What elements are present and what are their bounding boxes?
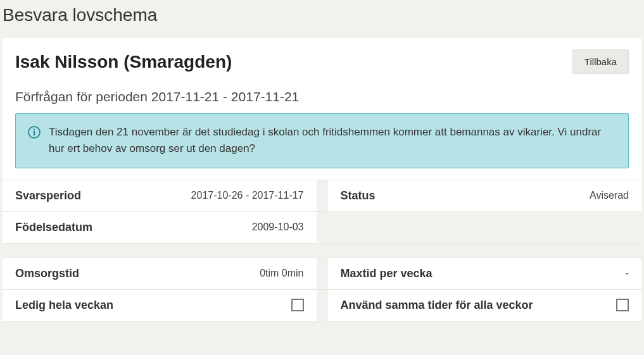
main-card: Isak Nilsson (Smaragden) Tillbaka Förfrå…	[3, 38, 641, 321]
svg-point-1	[34, 128, 35, 130]
ledig-cell: Ledig hela veckan	[3, 290, 317, 321]
svg-rect-2	[34, 131, 35, 135]
ledig-checkbox[interactable]	[291, 299, 304, 311]
info-box: Tisdagen den 21 november är det studieda…	[15, 113, 629, 168]
status-value: Aviserad	[590, 190, 629, 201]
info-icon	[27, 125, 41, 142]
status-label: Status	[341, 189, 376, 202]
gap	[317, 258, 328, 289]
fodelsedatum-value: 2009-10-03	[252, 221, 304, 233]
maxtid-value: -	[626, 268, 629, 279]
care-row-2: Ledig hela veckan Använd samma tider för…	[3, 290, 641, 321]
spacer	[3, 244, 641, 258]
gap	[317, 212, 328, 243]
ledig-label: Ledig hela veckan	[15, 299, 113, 312]
details-row-2: Födelsedatum 2009-10-03	[3, 212, 641, 244]
svarsperiod-value: 2017-10-26 - 2017-11-17	[191, 190, 304, 201]
student-name: Isak Nilsson (Smaragden)	[15, 52, 232, 72]
empty-cell	[328, 212, 642, 243]
samma-tider-label: Använd samma tider för alla veckor	[341, 299, 533, 312]
care-row-1: Omsorgstid 0tim 0min Maxtid per vecka -	[3, 258, 641, 290]
period-title: Förfrågan för perioden 2017-11-21 - 2017…	[3, 83, 641, 113]
fodelsedatum-label: Födelsedatum	[15, 221, 92, 234]
page-title: Besvara lovschema	[0, 0, 644, 38]
details-row-1: Svarsperiod 2017-10-26 - 2017-11-17 Stat…	[3, 180, 641, 212]
samma-tider-cell: Använd samma tider för alla veckor	[328, 290, 642, 321]
svarsperiod-cell: Svarsperiod 2017-10-26 - 2017-11-17	[3, 180, 317, 211]
gap	[317, 180, 328, 211]
gap	[317, 290, 328, 321]
card-header: Isak Nilsson (Smaragden) Tillbaka	[3, 38, 641, 83]
info-text: Tisdagen den 21 november är det studieda…	[49, 124, 617, 158]
back-button[interactable]: Tillbaka	[572, 49, 629, 74]
samma-tider-checkbox[interactable]	[616, 299, 629, 311]
omsorgstid-cell: Omsorgstid 0tim 0min	[3, 258, 317, 289]
maxtid-label: Maxtid per vecka	[341, 267, 432, 280]
svarsperiod-label: Svarsperiod	[15, 189, 81, 202]
omsorgstid-label: Omsorgstid	[15, 267, 79, 280]
fodelsedatum-cell: Födelsedatum 2009-10-03	[3, 212, 317, 243]
omsorgstid-value: 0tim 0min	[260, 268, 303, 279]
status-cell: Status Aviserad	[328, 180, 642, 211]
maxtid-cell: Maxtid per vecka -	[328, 258, 642, 289]
